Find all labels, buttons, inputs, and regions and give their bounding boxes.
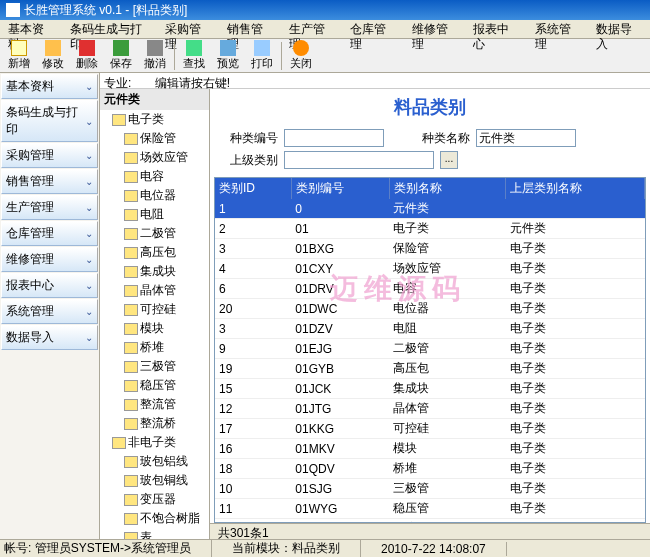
form: 种类编号 种类名称 上级类别 ... <box>210 125 650 177</box>
name-input[interactable] <box>476 129 576 147</box>
table-row[interactable]: 901EJG二极管电子类 <box>215 339 645 359</box>
sidebar-item[interactable]: 生产管理⌄ <box>1 195 98 220</box>
tree-root[interactable]: 元件类 <box>100 89 209 110</box>
chevron-down-icon: ⌄ <box>85 202 93 213</box>
profession-bar: 专业: 编辑请按右键! <box>100 73 650 89</box>
delete-button[interactable]: 删除 <box>70 39 104 72</box>
find-button[interactable]: 查找 <box>177 39 211 72</box>
column-header[interactable]: 类别ID <box>215 178 291 199</box>
table-row[interactable]: 10元件类 <box>215 199 645 219</box>
data-table: 类别ID类别编号类别名称上层类别名称 10元件类201电子类元件类301BXG保… <box>215 178 645 523</box>
tree-node[interactable]: 二极管 <box>100 224 209 243</box>
category-tree[interactable]: 元件类 电子类保险管场效应管电容电位器电阻二极管高压包集成块晶体管可控硅模块桥堆… <box>100 89 210 539</box>
close-button[interactable]: 关闭 <box>284 39 318 72</box>
chevron-down-icon: ⌄ <box>85 176 93 187</box>
tree-node[interactable]: 可控硅 <box>100 300 209 319</box>
preview-icon <box>220 40 236 56</box>
column-header[interactable]: 类别名称 <box>389 178 506 199</box>
sidebar-item[interactable]: 系统管理⌄ <box>1 299 98 324</box>
chevron-down-icon: ⌄ <box>85 332 93 343</box>
sidebar-item[interactable]: 仓库管理⌄ <box>1 221 98 246</box>
tree-node[interactable]: 表 <box>100 528 209 539</box>
table-row[interactable]: 301DZV电阻电子类 <box>215 319 645 339</box>
column-header[interactable]: 上层类别名称 <box>506 178 645 199</box>
tree-node[interactable]: 稳压管 <box>100 376 209 395</box>
table-row[interactable]: 301BXG保险管电子类 <box>215 239 645 259</box>
browse-button[interactable]: ... <box>440 151 458 169</box>
menu-item[interactable]: 销售管理 <box>219 20 281 38</box>
parent-input[interactable] <box>284 151 434 169</box>
edit-icon <box>45 40 61 56</box>
menu-item[interactable]: 仓库管理 <box>342 20 404 38</box>
tree-node[interactable]: 模块 <box>100 319 209 338</box>
chevron-down-icon: ⌄ <box>85 280 93 291</box>
name-label: 种类名称 <box>414 130 470 147</box>
table-row[interactable]: 1501JCK集成块电子类 <box>215 379 645 399</box>
tree-node[interactable]: 电阻 <box>100 205 209 224</box>
status-user: 帐号: 管理员SYSTEM->系统管理员 <box>4 540 212 557</box>
table-row[interactable]: 1101WYG稳压管电子类 <box>215 499 645 519</box>
sidebar-item[interactable]: 维修管理⌄ <box>1 247 98 272</box>
preview-button[interactable]: 预览 <box>211 39 245 72</box>
new-icon <box>11 40 27 56</box>
table-row[interactable]: 2001DWC电位器电子类 <box>215 299 645 319</box>
code-label: 种类编号 <box>222 130 278 147</box>
statusbar: 帐号: 管理员SYSTEM->系统管理员 当前模块：料品类别 2010-7-22… <box>0 539 650 557</box>
tree-node[interactable]: 三极管 <box>100 357 209 376</box>
tree-node[interactable]: 电容 <box>100 167 209 186</box>
table-wrap[interactable]: 类别ID类别编号类别名称上层类别名称 10元件类201电子类元件类301BXG保… <box>214 177 646 523</box>
sidebar-item[interactable]: 销售管理⌄ <box>1 169 98 194</box>
table-row[interactable]: 1701KKG可控硅电子类 <box>215 419 645 439</box>
code-input[interactable] <box>284 129 384 147</box>
tree-node[interactable]: 场效应管 <box>100 148 209 167</box>
table-row[interactable]: 401CXY场效应管电子类 <box>215 259 645 279</box>
sidebar-item[interactable]: 基本资料⌄ <box>1 74 98 99</box>
tree-node[interactable]: 保险管 <box>100 129 209 148</box>
tree-node[interactable]: 电位器 <box>100 186 209 205</box>
tree-node[interactable]: 整流管 <box>100 395 209 414</box>
undo-button[interactable]: 撤消 <box>138 39 172 72</box>
window-title: 长胜管理系统 v0.1 - [料品类别] <box>24 0 187 20</box>
menu-item[interactable]: 数据导入 <box>588 20 650 38</box>
print-button[interactable]: 打印 <box>245 39 279 72</box>
menu-item[interactable]: 基本资料 <box>0 20 62 38</box>
tree-node[interactable]: 晶体管 <box>100 281 209 300</box>
tree-node[interactable]: 玻包铜线 <box>100 471 209 490</box>
table-row[interactable]: 1001SJG三极管电子类 <box>215 479 645 499</box>
menu-item[interactable]: 条码生成与打印 <box>62 20 158 38</box>
tree-node[interactable]: 非电子类 <box>100 433 209 452</box>
menu-item[interactable]: 系统管理 <box>527 20 589 38</box>
new-button[interactable]: 新增 <box>2 39 36 72</box>
tree-node[interactable]: 变压器 <box>100 490 209 509</box>
tree-node[interactable]: 电子类 <box>100 110 209 129</box>
sidebar-item[interactable]: 数据导入⌄ <box>1 325 98 350</box>
column-header[interactable]: 类别编号 <box>291 178 389 199</box>
menu-item[interactable]: 报表中心 <box>465 20 527 38</box>
toolbar: 新增修改删除保存撤消查找预览打印关闭 <box>0 39 650 73</box>
table-row[interactable]: 201电子类元件类 <box>215 219 645 239</box>
menu-item[interactable]: 生产管理 <box>281 20 343 38</box>
menu-item[interactable]: 维修管理 <box>404 20 466 38</box>
table-row[interactable]: 1901GYB高压包电子类 <box>215 359 645 379</box>
menu-item[interactable]: 采购管理 <box>157 20 219 38</box>
tree-node[interactable]: 玻包铝线 <box>100 452 209 471</box>
save-button[interactable]: 保存 <box>104 39 138 72</box>
sidebar-item[interactable]: 条码生成与打印⌄ <box>1 100 98 142</box>
parent-label: 上级类别 <box>222 152 278 169</box>
edit-button[interactable]: 修改 <box>36 39 70 72</box>
sidebar-item[interactable]: 报表中心⌄ <box>1 273 98 298</box>
tree-node[interactable]: 高压包 <box>100 243 209 262</box>
sidebar-item[interactable]: 采购管理⌄ <box>1 143 98 168</box>
tree-node[interactable]: 整流桥 <box>100 414 209 433</box>
table-row[interactable]: 1201JTG晶体管电子类 <box>215 399 645 419</box>
edit-hint: 编辑请按右键! <box>155 76 230 90</box>
tree-node[interactable]: 不饱合树脂 <box>100 509 209 528</box>
tree-node[interactable]: 桥堆 <box>100 338 209 357</box>
tree-node[interactable]: 集成块 <box>100 262 209 281</box>
table-row[interactable]: 601DRV电容电子类 <box>215 279 645 299</box>
chevron-down-icon: ⌄ <box>85 306 93 317</box>
close-icon <box>293 40 309 56</box>
sidebar: 基本资料⌄条码生成与打印⌄采购管理⌄销售管理⌄生产管理⌄仓库管理⌄维修管理⌄报表… <box>0 73 100 539</box>
table-row[interactable]: 1801QDV桥堆电子类 <box>215 459 645 479</box>
table-row[interactable]: 1601MKV模块电子类 <box>215 439 645 459</box>
